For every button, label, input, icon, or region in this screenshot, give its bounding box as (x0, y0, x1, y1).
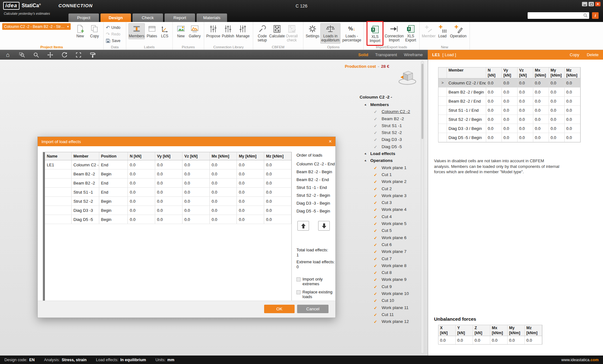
cell-vz[interactable]: 0.0 (518, 133, 533, 142)
tree-node[interactable]: Work plane 1 (360, 165, 422, 172)
tree-node[interactable]: Work plane 11 (360, 305, 422, 312)
tree-node[interactable]: Work plane 12 (360, 319, 422, 326)
tree-node[interactable]: Load effects (360, 151, 422, 158)
view-mode[interactable]: Wireframe (404, 52, 423, 57)
zoom-button[interactable] (33, 51, 40, 58)
cell-mx[interactable]: 0.0 (533, 88, 549, 96)
loads-percentage-button[interactable]: %↓ Loads - percentage (341, 23, 362, 44)
cell-mz[interactable]: 0.0 (565, 97, 580, 105)
tree-node[interactable]: Work plane 9 (360, 277, 422, 284)
connection-import-button[interactable]: Connection Import (385, 23, 403, 44)
table-row[interactable]: Strut S2 -2 / Begin 0.0 0.0 0.0 0.0 0.0 … (438, 115, 580, 124)
3d-viewport[interactable]: Production cost - 28 € Coloumn C2 -2 - M… (0, 60, 428, 356)
cell-n[interactable]: 0.0 (486, 106, 502, 115)
tree-node[interactable]: Members (360, 102, 422, 109)
tree-node[interactable]: Work plane 8 (360, 263, 422, 270)
pan-button[interactable] (47, 51, 54, 58)
copy-load-button[interactable]: Copy (570, 52, 579, 57)
tree-node[interactable]: Cut 5 (360, 228, 422, 235)
cell-vz[interactable]: 0.0 (518, 115, 533, 124)
tree-node[interactable]: Strut S2 -2 (360, 130, 422, 137)
cell-mz[interactable]: 0.0 (565, 124, 580, 133)
cell-mz[interactable]: 0.0 (565, 78, 580, 87)
tree-node[interactable]: Cut 3 (360, 200, 422, 207)
table-row[interactable]: Beam B2 -2 / End 0.0 0.0 0.0 0.0 0.0 0.0 (438, 97, 580, 106)
tree-node[interactable]: Cut 8 (360, 270, 422, 277)
order-of-loads-item[interactable]: Beam B2 -2 - End (296, 176, 336, 184)
table-row[interactable]: Beam B2 -2 Begin 0.0 0.0 0.0 0.0 0.0 0.0 (45, 169, 291, 179)
cell-vz[interactable]: 0.0 (518, 78, 533, 87)
cell-mz[interactable]: 0.0 (565, 133, 580, 142)
table-row[interactable]: Strut S1 -1 End 0.0 0.0 0.0 0.0 0.0 0.0 (45, 188, 291, 197)
new-load-button[interactable]: Load (437, 23, 448, 39)
labels-lcs-toggle[interactable]: LCS (159, 23, 170, 39)
table-row[interactable]: Strut S1 -1 / End 0.0 0.0 0.0 0.0 0.0 0.… (438, 106, 580, 115)
redo-button[interactable]: ↷Redo (106, 31, 120, 37)
scrollbar-thumb[interactable] (421, 64, 423, 139)
settings-button[interactable]: Settings (306, 23, 319, 39)
code-setup-button[interactable]: Code setup (255, 23, 269, 44)
picture-gallery-button[interactable]: Gallery (188, 23, 202, 39)
order-of-loads-item[interactable]: Diag D5 -5 - Begin (296, 207, 336, 215)
cell-n[interactable]: 0.0 (486, 133, 502, 142)
tree-node[interactable]: Work plane 4 (360, 207, 422, 214)
tab[interactable]: Project (68, 13, 99, 22)
cancel-button[interactable]: Cancel (297, 305, 329, 313)
cell-mx[interactable]: 0.0 (533, 124, 549, 133)
cell-mx[interactable]: 0.0 (533, 78, 549, 87)
cell-mx[interactable]: 0.0 (533, 133, 549, 142)
cell-my[interactable]: 0.0 (549, 88, 565, 96)
xls-export-button[interactable]: X XLS Export (404, 23, 417, 44)
tree-node[interactable]: Diag D3 -3 (360, 137, 422, 144)
cell-mx[interactable]: 0.0 (533, 106, 549, 115)
move-down-button[interactable] (318, 221, 330, 231)
overall-check-button[interactable]: Overall check (285, 23, 299, 44)
view-mode[interactable]: Transparent (375, 52, 397, 57)
minimize-button[interactable] (582, 2, 587, 6)
tree-node[interactable]: Coloumn C2 -2 (360, 109, 422, 116)
table-row[interactable]: Beam B2 -2 End 0.0 0.0 0.0 0.0 0.0 0.0 (45, 179, 291, 188)
cell-mx[interactable]: 0.0 (533, 115, 549, 124)
table-row[interactable]: Diag D3 -3 Begin 0.0 0.0 0.0 0.0 0.0 0.0 (45, 206, 291, 215)
cell-vz[interactable]: 0.0 (518, 97, 533, 105)
cell-vz[interactable]: 0.0 (518, 106, 533, 115)
cell-my[interactable]: 0.0 (549, 78, 565, 87)
new-operation-button[interactable]: Operation (449, 23, 467, 39)
view-cube[interactable] (394, 67, 420, 90)
new-member-button[interactable]: Member (422, 23, 436, 39)
tab[interactable]: Report (165, 13, 195, 22)
cell-my[interactable]: 0.0 (549, 133, 565, 142)
zoom-extents-button[interactable] (75, 51, 82, 58)
cell-my[interactable]: 0.0 (549, 106, 565, 115)
loads-in-equilibrium-toggle[interactable]: Loads in equilibrium (320, 23, 340, 44)
view-mode[interactable]: Solid (358, 52, 368, 57)
xls-import-button[interactable]: X XLS Import (368, 24, 382, 44)
cell-my[interactable]: 0.0 (549, 124, 565, 133)
cell-vy[interactable]: 0.0 (502, 88, 518, 96)
tree-node[interactable]: Cut 11 (360, 312, 422, 319)
tree-node[interactable]: Strut S1 -1 (360, 123, 422, 130)
import-only-extremes-checkbox[interactable] (296, 277, 301, 281)
tree-node[interactable]: Work plane 3 (360, 193, 422, 200)
table-row[interactable]: Strut S2 -2 Begin 0.0 0.0 0.0 0.0 0.0 0.… (45, 197, 291, 206)
tab[interactable]: Materials (197, 13, 227, 22)
info-button[interactable]: i (592, 12, 599, 19)
cell-mz[interactable]: 0.0 (565, 106, 580, 115)
cell-vy[interactable]: 0.0 (502, 97, 518, 105)
new-project-item-button[interactable]: New (73, 23, 87, 39)
tree-node[interactable]: Work plane 2 (360, 179, 422, 186)
cell-n[interactable]: 0.0 (486, 115, 502, 124)
cell-n[interactable]: 0.0 (486, 97, 502, 105)
cell-mz[interactable]: 0.0 (565, 88, 580, 96)
picture-new-button[interactable]: New (175, 23, 187, 39)
library-propose-button[interactable]: Propose (206, 23, 220, 39)
table-row[interactable]: Diag D5 -5 / Begin 0.0 0.0 0.0 0.0 0.0 0… (438, 133, 580, 142)
tree-node[interactable]: Cut 9 (360, 284, 422, 291)
order-of-loads-item[interactable]: Diag D3 -3 - Begin (296, 199, 336, 207)
cell-n[interactable]: 0.0 (486, 78, 502, 87)
tree-node[interactable]: Diag D5 -5 (360, 144, 422, 151)
zoom-window-button[interactable] (19, 51, 25, 58)
copy-project-item-button[interactable]: Copy (88, 23, 101, 39)
order-of-loads-item[interactable]: Coloumn C2 -2 - End (296, 160, 336, 168)
cell-my[interactable]: 0.0 (549, 97, 565, 105)
